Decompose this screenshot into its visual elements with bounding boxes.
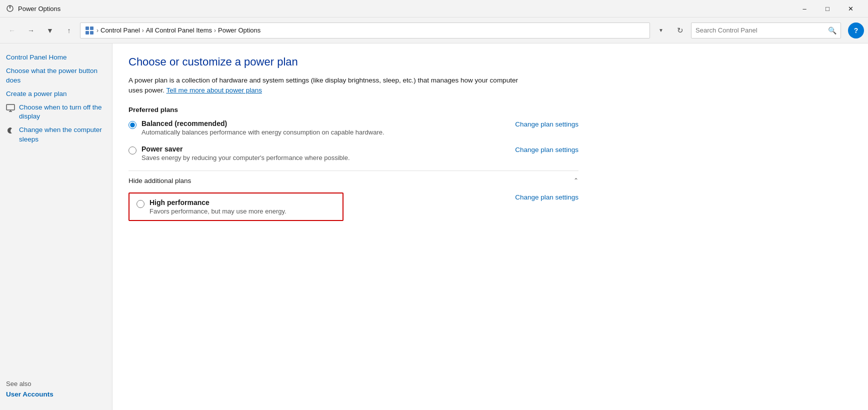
search-input[interactable] bbox=[696, 26, 825, 34]
plan-info-high-perf: High performance Favors performance, but… bbox=[136, 198, 336, 215]
high-perf-box: High performance Favors performance, but… bbox=[128, 192, 344, 221]
tell-me-link[interactable]: Tell me more about power plans bbox=[166, 86, 262, 94]
sidebar-item-display[interactable]: Choose when to turn off the display bbox=[6, 102, 106, 124]
hide-plans-label[interactable]: Hide additional plans bbox=[128, 177, 191, 184]
minimize-button[interactable]: – bbox=[793, 0, 816, 18]
chevron-up-icon[interactable]: ⌃ bbox=[574, 177, 578, 184]
hide-plans-row: Hide additional plans ⌃ bbox=[128, 170, 578, 184]
back-button[interactable]: ← bbox=[4, 22, 20, 38]
moon-icon bbox=[6, 126, 15, 135]
title-bar: Power Options – □ ✕ bbox=[0, 0, 868, 18]
control-panel-icon bbox=[84, 26, 94, 36]
title-bar-left: Power Options bbox=[6, 4, 60, 12]
page-description: A power plan is a collection of hardware… bbox=[128, 76, 528, 96]
main-layout: Control Panel Home Choose what the power… bbox=[0, 44, 868, 410]
plan-text-balanced: Balanced (recommended) Automatically bal… bbox=[142, 120, 384, 136]
breadcrumb-sep-2: › bbox=[142, 27, 144, 34]
breadcrumb-all-items[interactable]: All Control Panel Items bbox=[146, 26, 212, 34]
high-perf-row: High performance Favors performance, but… bbox=[128, 192, 578, 221]
dropdown-button[interactable]: ▼ bbox=[42, 22, 58, 38]
breadcrumb-sep-3: › bbox=[214, 27, 216, 34]
svg-rect-2 bbox=[86, 26, 89, 30]
up-button[interactable]: ↑ bbox=[61, 22, 77, 38]
plan-info-balanced: Balanced (recommended) Automatically bal… bbox=[128, 120, 384, 136]
window-controls: – □ ✕ bbox=[793, 0, 862, 18]
help-button[interactable]: ? bbox=[848, 22, 864, 38]
plan-text-power-saver: Power saver Saves energy by reducing you… bbox=[142, 145, 350, 162]
preferred-plans-label: Preferred plans bbox=[128, 106, 852, 114]
see-also-label: See also bbox=[6, 380, 106, 388]
search-button[interactable]: 🔍 bbox=[828, 26, 836, 34]
search-box: 🔍 bbox=[691, 22, 841, 38]
sidebar-item-display-label: Choose when to turn off the display bbox=[19, 103, 106, 122]
power-options-icon bbox=[6, 4, 14, 12]
window-title: Power Options bbox=[18, 5, 60, 12]
address-bar: ← → ▼ ↑ › Control Panel › All Control Pa… bbox=[0, 18, 868, 44]
sidebar: Control Panel Home Choose what the power… bbox=[0, 44, 112, 410]
page-title: Choose or customize a power plan bbox=[128, 56, 852, 68]
sidebar-nav: Control Panel Home Choose what the power… bbox=[6, 52, 106, 146]
svg-rect-5 bbox=[90, 31, 94, 34]
plan-radio-power-saver[interactable] bbox=[128, 146, 136, 154]
sidebar-item-sleep[interactable]: Change when the computer sleeps bbox=[6, 124, 106, 146]
plan-radio-high-perf[interactable] bbox=[136, 200, 144, 208]
plan-row-balanced: Balanced (recommended) Automatically bal… bbox=[128, 120, 578, 136]
svg-rect-4 bbox=[86, 31, 89, 34]
sidebar-bottom: See also User Accounts bbox=[6, 380, 106, 402]
monitor-icon bbox=[6, 104, 15, 112]
change-link-power-saver[interactable]: Change plan settings bbox=[515, 145, 578, 154]
breadcrumb-bar: › Control Panel › All Control Panel Item… bbox=[80, 22, 650, 38]
plan-row-power-saver: Power saver Saves energy by reducing you… bbox=[128, 145, 578, 162]
change-link-high-perf[interactable]: Change plan settings bbox=[515, 192, 578, 201]
maximize-button[interactable]: □ bbox=[816, 0, 839, 18]
content-area: Choose or customize a power plan A power… bbox=[112, 44, 868, 410]
plan-name-balanced: Balanced (recommended) bbox=[142, 120, 384, 128]
breadcrumb-sep-1: › bbox=[96, 27, 98, 34]
svg-rect-3 bbox=[90, 26, 94, 30]
change-link-balanced[interactable]: Change plan settings bbox=[515, 120, 578, 128]
plan-info-power-saver: Power saver Saves energy by reducing you… bbox=[128, 145, 350, 162]
sidebar-item-create-plan[interactable]: Create a power plan bbox=[6, 88, 106, 100]
svg-rect-6 bbox=[6, 104, 14, 110]
plan-desc-high-perf: Favors performance, but may use more ene… bbox=[150, 208, 286, 215]
breadcrumb-power-options[interactable]: Power Options bbox=[218, 26, 260, 34]
plan-text-high-perf: High performance Favors performance, but… bbox=[150, 198, 286, 215]
plan-radio-balanced[interactable] bbox=[128, 121, 136, 129]
address-dropdown-button[interactable]: ▼ bbox=[653, 22, 669, 38]
close-button[interactable]: ✕ bbox=[839, 0, 862, 18]
sidebar-item-sleep-label: Change when the computer sleeps bbox=[19, 126, 106, 144]
breadcrumb-control-panel[interactable]: Control Panel bbox=[100, 26, 140, 34]
plan-desc-balanced: Automatically balances performance with … bbox=[142, 128, 384, 136]
plan-name-power-saver: Power saver bbox=[142, 145, 350, 153]
sidebar-item-power-button[interactable]: Choose what the power button does bbox=[6, 65, 106, 87]
plan-desc-power-saver: Saves energy by reducing your computer's… bbox=[142, 154, 350, 162]
plan-name-high-perf: High performance bbox=[150, 198, 286, 206]
refresh-button[interactable]: ↻ bbox=[672, 22, 688, 38]
forward-button[interactable]: → bbox=[23, 22, 39, 38]
sidebar-item-control-panel-home[interactable]: Control Panel Home bbox=[6, 52, 106, 64]
user-accounts-link[interactable]: User Accounts bbox=[6, 390, 106, 398]
